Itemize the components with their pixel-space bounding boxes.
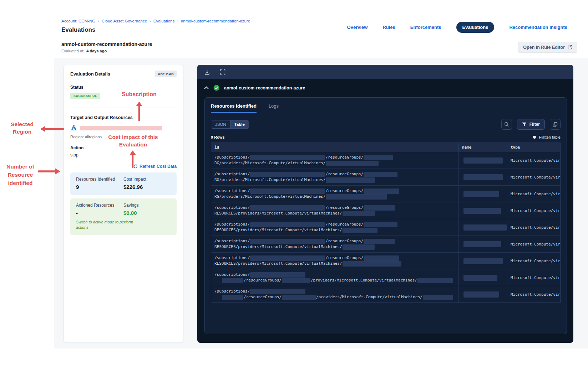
table-row[interactable]: /subscriptions//resourceGroups/RG/provid… [211, 185, 560, 202]
breadcrumb: Account: CCM-NG › Cloud Asset Governance… [61, 19, 250, 23]
tab-resources-identified[interactable]: Resources Identified [211, 103, 257, 113]
resource-type-cell: Microsoft.Compute/virtu [507, 219, 560, 236]
redacted-value [250, 272, 305, 278]
redacted-value [417, 278, 453, 283]
table-row[interactable]: /subscriptions//resourceGroups/RESOURCES… [211, 202, 560, 219]
toggle-table[interactable]: Table [230, 120, 249, 128]
annotation-subscription: Subscription [118, 91, 161, 98]
resource-id-cell: /subscriptions//resourceGroups/RESOURCES… [211, 202, 459, 219]
resource-name-cell [459, 253, 507, 269]
annotation-cost-impact: Cost Impact of this Evaluation [105, 133, 161, 148]
id-path-text: /subscriptions/ [214, 172, 250, 176]
table-row[interactable]: /subscriptions//resourceGroups/RESOURCES… [211, 236, 560, 252]
id-path-text: /resourceGroups/ [325, 155, 363, 160]
resource-type-cell: Microsoft.Compute/virtu [507, 169, 560, 185]
column-header-type[interactable]: type [507, 143, 560, 152]
annotation-arrow-up-cost-impact [128, 150, 137, 168]
breadcrumb-account[interactable]: Account: CCM-NG [61, 19, 95, 23]
id-path-text: /subscriptions/ [214, 255, 250, 260]
redacted-value [463, 224, 507, 231]
refresh-cost-data-link[interactable]: Refresh Cost Data [133, 164, 177, 169]
results-table-header: id name type [211, 143, 560, 152]
redacted-value [222, 295, 243, 300]
savings-label: Savings [123, 203, 171, 208]
resource-id-cell: /subscriptions//resourceGroups//provider… [211, 286, 459, 303]
redacted-value [463, 275, 497, 281]
table-row[interactable]: /subscriptions//resourceGroups//provider… [211, 286, 560, 303]
redacted-value [364, 255, 399, 261]
id-path-text: RESOURCES/providers/Microsoft.Compute/vi… [214, 261, 342, 266]
results-toolbar [197, 65, 573, 79]
id-path-text: /subscriptions/ [214, 205, 250, 210]
redacted-value [364, 205, 395, 211]
download-icon[interactable] [204, 69, 210, 75]
redacted-value [463, 174, 503, 180]
annotation-selected-region: Selected Region [5, 120, 39, 135]
tab-overview[interactable]: Overview [347, 25, 368, 30]
status-label: Status [70, 85, 177, 90]
savings-panel: Actioned Resources Savings - $0.00 Switc… [70, 198, 177, 235]
id-path-text: /resourceGroups/ [325, 172, 363, 176]
id-path-text: /subscriptions/ [214, 188, 250, 193]
tab-rules[interactable]: Rules [382, 25, 395, 30]
redacted-value [463, 191, 499, 197]
id-path-text: /subscriptions/ [214, 289, 250, 294]
actioned-resources-label: Actioned Resources [76, 203, 123, 208]
redacted-value [250, 205, 325, 211]
tab-evaluations[interactable]: Evaluations [456, 22, 495, 33]
tab-recommendation-insights[interactable]: Recommendation Insights [509, 25, 567, 30]
evaluated-at-label: Evaluated at: [61, 49, 84, 53]
tab-enforcements[interactable]: Enforcements [410, 25, 441, 30]
breadcrumb-separator: › [177, 19, 178, 23]
top-nav-tabs: Overview Rules Enforcements Evaluations … [347, 22, 567, 33]
success-check-icon [213, 85, 219, 91]
filter-button[interactable]: Filter [517, 119, 545, 130]
id-path-text: RG/providers/Microsoft.Compute/virtualMa… [214, 177, 325, 182]
flatten-table-toggle[interactable]: Flatten table [533, 135, 561, 139]
target-resources-label: Target and Output Resources [70, 115, 177, 120]
redacted-value [222, 278, 243, 283]
search-button[interactable] [501, 119, 512, 130]
fullscreen-icon[interactable] [220, 69, 226, 75]
resource-name-cell [459, 219, 507, 236]
id-path-text: /subscriptions/ [214, 239, 250, 243]
redacted-subscription-bar [80, 126, 162, 130]
id-path-text: /resourceGroups/ [244, 278, 282, 283]
toggle-json[interactable]: JSON [211, 120, 230, 128]
tab-logs[interactable]: Logs [269, 103, 279, 113]
table-row[interactable]: /subscriptions//resourceGroups/RESOURCES… [211, 252, 560, 269]
redacted-value [250, 255, 325, 261]
table-row[interactable]: /subscriptions//resourceGroups//provider… [211, 269, 560, 286]
id-path-text: /resourceGroups/ [325, 255, 363, 260]
id-path-text: /resourceGroups/ [325, 239, 363, 243]
id-path-text: /providers/Microsoft.Compute/virtualMach… [311, 278, 417, 283]
collapse-chevron-icon[interactable] [204, 85, 209, 91]
page-title: Evaluations [61, 26, 95, 33]
id-path-text: /subscriptions/ [214, 155, 250, 160]
table-row[interactable]: /subscriptions//resourceGroups/RG/provid… [211, 152, 560, 169]
table-row[interactable]: /subscriptions//resourceGroups/RG/provid… [211, 169, 560, 185]
cost-impact-label: Cost Impact [123, 177, 171, 182]
details-card-title: Evaluation Details [70, 71, 110, 77]
table-row[interactable]: /subscriptions//resourceGroups/RESOURCES… [211, 219, 560, 236]
copy-button[interactable] [550, 119, 561, 130]
redacted-value [250, 222, 325, 227]
active-mode-note: Switch to active mode to perform actions [76, 219, 135, 230]
breadcrumb-run-name[interactable]: anmol-custom-recommendation-azure [181, 19, 250, 23]
results-table-body: /subscriptions//resourceGroups/RG/provid… [211, 152, 560, 303]
column-header-id[interactable]: id [211, 143, 459, 152]
card-divider [70, 108, 177, 108]
redacted-value [326, 177, 375, 183]
resource-id-cell: /subscriptions//resourceGroups/RESOURCES… [211, 253, 459, 269]
resource-type-cell: Microsoft.Compute/virtu [507, 286, 560, 303]
results-table: id name type /subscriptions//resourceGro… [211, 143, 561, 303]
column-header-name[interactable]: name [459, 143, 507, 152]
breadcrumb-evaluations[interactable]: Evaluations [153, 19, 174, 23]
action-value: stop [70, 153, 177, 157]
redacted-value [343, 244, 375, 250]
resource-id-cell: /subscriptions//resourceGroups/RESOURCES… [211, 236, 459, 252]
redacted-value [364, 188, 399, 194]
id-path-text: /resourceGroups/ [244, 295, 282, 299]
breadcrumb-governance[interactable]: Cloud Asset Governance [102, 19, 147, 23]
open-rule-editor-button[interactable]: Open in Rule Editor [518, 42, 577, 53]
